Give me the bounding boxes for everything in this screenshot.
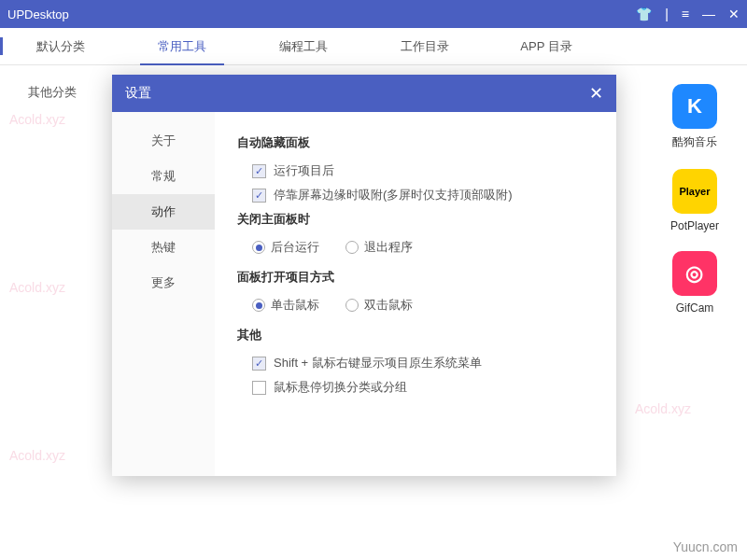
- app-potplayer[interactable]: Player PotPlayer: [670, 169, 719, 232]
- tab-common-tools[interactable]: 常用工具: [121, 28, 243, 64]
- modal-header: 设置 ✕: [112, 75, 616, 112]
- menu-icon[interactable]: ≡: [682, 7, 689, 21]
- radio-label: 后台运行: [271, 239, 319, 256]
- section-other: 其他: [237, 327, 594, 343]
- tab-work-dir[interactable]: 工作目录: [364, 28, 486, 64]
- app-kugou[interactable]: K 酷狗音乐: [670, 84, 719, 150]
- shirt-icon[interactable]: 👕: [636, 7, 652, 21]
- radio-icon: [345, 241, 359, 254]
- checkbox-icon: ✓: [252, 357, 266, 371]
- radio-icon: [252, 299, 265, 312]
- nav-hotkey[interactable]: 热键: [112, 230, 215, 265]
- nav-action[interactable]: 动作: [112, 194, 215, 230]
- checkbox-shift-rclick[interactable]: ✓ Shift + 鼠标右键显示项目原生系统菜单: [252, 355, 594, 371]
- brand-text: Yuucn.com: [673, 539, 738, 554]
- radio-double-click[interactable]: 双击鼠标: [345, 297, 413, 314]
- app-gifcam[interactable]: ◎ GifCam: [670, 251, 719, 315]
- modal-close-icon[interactable]: ✕: [589, 83, 603, 104]
- category-tabs: 默认分类 常用工具 编程工具 工作目录 APP 目录: [0, 28, 747, 65]
- section-autohide: 自动隐藏面板: [237, 134, 594, 151]
- nav-about[interactable]: 关于: [112, 123, 215, 159]
- tab-default[interactable]: 默认分类: [0, 28, 121, 64]
- modal-title: 设置: [125, 85, 589, 102]
- checkbox-dock-edge[interactable]: ✓ 停靠屏幕边缘时吸附(多屏时仅支持顶部吸附): [252, 187, 594, 203]
- nav-more[interactable]: 更多: [112, 265, 215, 301]
- tab-app-dir[interactable]: APP 目录: [486, 28, 607, 64]
- kugou-icon: K: [672, 84, 717, 129]
- radio-group-open: 单击鼠标 双击鼠标: [252, 297, 594, 314]
- radio-background[interactable]: 后台运行: [252, 239, 319, 256]
- minimize-icon[interactable]: —: [702, 7, 715, 21]
- checkbox-run-after[interactable]: ✓ 运行项目后: [252, 162, 594, 179]
- radio-group-close: 后台运行 退出程序: [252, 239, 594, 256]
- radio-label: 退出程序: [364, 239, 413, 256]
- nav-general[interactable]: 常规: [112, 159, 215, 194]
- checkbox-icon: ✓: [252, 164, 266, 178]
- checkbox-label: 运行项目后: [274, 162, 334, 179]
- app-icons: K 酷狗音乐 Player PotPlayer ◎ GifCam: [670, 84, 719, 315]
- app-label: 酷狗音乐: [672, 134, 717, 150]
- tab-programming[interactable]: 编程工具: [243, 28, 364, 64]
- radio-exit[interactable]: 退出程序: [345, 239, 413, 256]
- titlebar-controls: 👕 | ≡ — ✕: [636, 7, 740, 21]
- section-openmode: 面板打开项目方式: [237, 269, 594, 286]
- modal-content: 自动隐藏面板 ✓ 运行项目后 ✓ 停靠屏幕边缘时吸附(多屏时仅支持顶部吸附) 关…: [215, 112, 616, 476]
- settings-modal: 设置 ✕ 关于 常规 动作 热键 更多 自动隐藏面板 ✓ 运行项目后 ✓ 停靠屏…: [112, 75, 616, 476]
- checkbox-label: 鼠标悬停切换分类或分组: [274, 379, 407, 396]
- radio-label: 单击鼠标: [271, 297, 319, 314]
- checkbox-icon: [252, 381, 266, 395]
- app-label: PotPlayer: [670, 219, 719, 232]
- checkbox-label: Shift + 鼠标右键显示项目原生系统菜单: [274, 355, 482, 371]
- radio-single-click[interactable]: 单击鼠标: [252, 297, 319, 314]
- modal-nav: 关于 常规 动作 热键 更多: [112, 112, 215, 476]
- modal-body: 关于 常规 动作 热键 更多 自动隐藏面板 ✓ 运行项目后 ✓ 停靠屏幕边缘时吸…: [112, 112, 616, 476]
- radio-icon: [345, 299, 359, 312]
- divider-icon: |: [665, 7, 669, 21]
- close-icon[interactable]: ✕: [728, 7, 740, 21]
- checkbox-hover-switch[interactable]: 鼠标悬停切换分类或分组: [252, 379, 594, 396]
- app-title: UPDesktop: [7, 7, 636, 21]
- gifcam-icon: ◎: [672, 251, 717, 296]
- checkbox-label: 停靠屏幕边缘时吸附(多屏时仅支持顶部吸附): [274, 187, 513, 203]
- titlebar: UPDesktop 👕 | ≡ — ✕: [0, 0, 747, 28]
- potplayer-icon: Player: [672, 169, 717, 214]
- checkbox-icon: ✓: [252, 189, 266, 203]
- radio-label: 双击鼠标: [364, 297, 413, 314]
- app-label: GifCam: [676, 301, 714, 315]
- radio-icon: [252, 241, 265, 254]
- section-closepanel: 关闭主面板时: [237, 211, 594, 228]
